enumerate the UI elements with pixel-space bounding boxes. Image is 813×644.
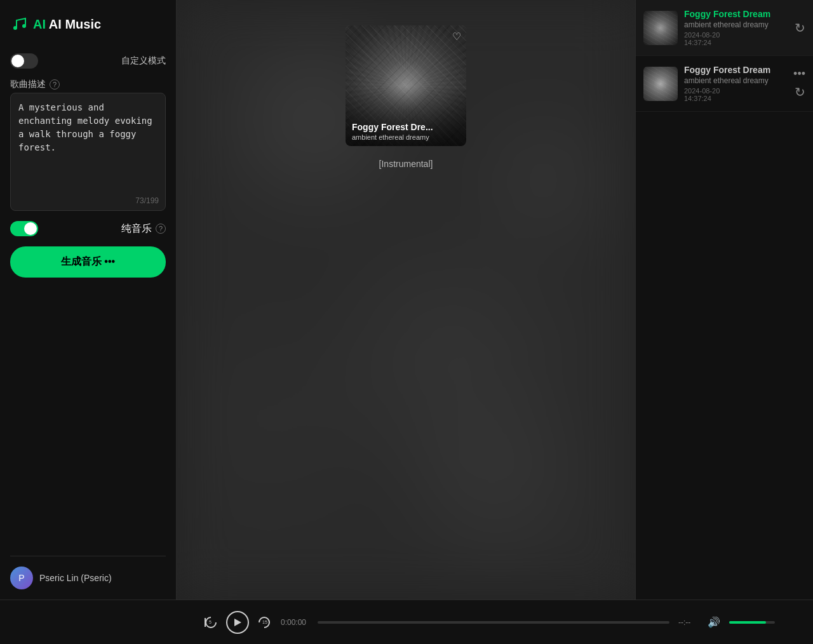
track-title: Foggy Forest Dream — [684, 65, 787, 75]
svg-marker-3 — [234, 619, 241, 626]
custom-mode-label: 自定义模式 — [121, 55, 166, 67]
pure-music-label-area: 纯音乐 ? — [121, 222, 166, 236]
char-count: 73/199 — [135, 196, 159, 205]
track-info: Foggy Forest Dream ambient ethereal drea… — [684, 9, 788, 46]
pure-music-row: 纯音乐 ? — [10, 221, 166, 236]
album-art: Foggy Forest Dre... ambient ethereal dre… — [346, 25, 466, 146]
generate-button[interactable]: 生成音乐 ••• — [10, 246, 166, 278]
description-section: 歌曲描述 ? A mysterious and enchanting melod… — [10, 79, 166, 211]
album-tags: ambient ethereal dreamy — [352, 133, 460, 141]
play-button[interactable] — [226, 611, 249, 634]
description-label-row: 歌曲描述 ? — [10, 79, 166, 90]
logo-area: AI AI Music — [10, 10, 166, 43]
username: Pseric Lin (Pseric) — [39, 573, 112, 583]
current-time: 0:00:00 — [281, 618, 309, 627]
pure-music-label: 纯音乐 — [121, 222, 152, 236]
custom-mode-row: 自定义模式 — [10, 53, 166, 69]
svg-text:5: 5 — [209, 620, 212, 624]
description-textarea[interactable]: A mysterious and enchanting melody evoki… — [11, 93, 165, 208]
player-bar: 5 15 0:00:00 --:-- 🔊 — [0, 600, 813, 644]
music-logo-icon — [10, 15, 28, 33]
user-area: P Pseric Lin (Pseric) — [10, 556, 166, 589]
main-content: Foggy Forest Dre... ambient ethereal dre… — [177, 0, 635, 600]
track-tags: ambient ethereal dreamy — [684, 20, 788, 29]
song-type-label: [Instrumental] — [379, 159, 433, 169]
track-more-icon[interactable]: ••• — [793, 68, 805, 79]
pure-music-help-icon[interactable]: ? — [156, 224, 166, 234]
track-time: 14:37:24 — [684, 39, 788, 46]
app-title: AI AI Music — [33, 17, 101, 32]
pure-music-toggle[interactable] — [10, 221, 38, 236]
description-textarea-wrapper: A mysterious and enchanting melody evoki… — [10, 93, 166, 211]
heart-icon[interactable]: ♡ — [452, 30, 461, 43]
volume-icon: 🔊 — [708, 616, 720, 628]
generate-button-label: 生成音乐 ••• — [61, 255, 115, 269]
center-card: Foggy Forest Dre... ambient ethereal dre… — [346, 25, 466, 169]
track-thumbnail — [643, 67, 678, 101]
svg-text:15: 15 — [262, 620, 267, 624]
custom-mode-toggle[interactable] — [10, 53, 38, 69]
track-item[interactable]: Foggy Forest Dream ambient ethereal drea… — [636, 0, 813, 56]
track-date: 2024-08-20 — [684, 31, 788, 39]
duration-display: --:-- — [678, 618, 699, 627]
track-thumbnail — [643, 11, 678, 45]
album-title: Foggy Forest Dre... — [352, 122, 460, 132]
track-time: 14:37:24 — [684, 95, 787, 102]
track-loading-icon: ↻ — [795, 20, 805, 36]
track-item[interactable]: Foggy Forest Dream ambient ethereal drea… — [636, 56, 813, 112]
volume-fill — [729, 621, 766, 624]
avatar: P — [10, 567, 33, 589]
right-panel: Foggy Forest Dream ambient ethereal drea… — [635, 0, 813, 600]
rewind-button[interactable]: 5 — [203, 615, 217, 629]
sidebar: AI AI Music 自定义模式 歌曲描述 ? A mysterious an… — [0, 0, 177, 600]
volume-bar[interactable] — [729, 621, 775, 624]
track-loading-icon: ↻ — [795, 84, 805, 100]
progress-bar[interactable] — [318, 621, 669, 624]
track-info: Foggy Forest Dream ambient ethereal drea… — [684, 65, 787, 102]
description-label: 歌曲描述 — [10, 79, 46, 90]
album-info: Foggy Forest Dre... ambient ethereal dre… — [352, 122, 460, 141]
track-tags: ambient ethereal dreamy — [684, 76, 787, 85]
track-title: Foggy Forest Dream — [684, 9, 788, 19]
track-date: 2024-08-20 — [684, 87, 787, 95]
svg-point-1 — [22, 24, 26, 28]
svg-point-0 — [13, 26, 17, 30]
description-help-icon[interactable]: ? — [50, 79, 60, 90]
forward-button[interactable]: 15 — [258, 615, 272, 629]
